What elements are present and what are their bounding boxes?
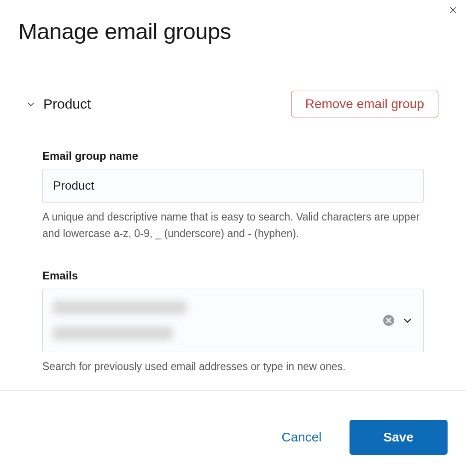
emails-field: Emails Search for previously used email …: [42, 269, 424, 375]
emails-list: [53, 301, 186, 340]
email-item: [53, 326, 173, 340]
cancel-button[interactable]: Cancel: [272, 423, 331, 452]
emails-help: Search for previously used email address…: [42, 359, 424, 375]
save-button[interactable]: Save: [350, 420, 448, 455]
emails-label: Emails: [42, 269, 424, 282]
email-group-name-help: A unique and descriptive name that is ea…: [42, 209, 424, 242]
section-header-toggle[interactable]: Product: [26, 96, 91, 112]
emails-input[interactable]: [42, 289, 424, 352]
emails-controls: [383, 314, 413, 326]
email-item: [53, 301, 186, 314]
clear-icon[interactable]: [383, 314, 395, 326]
email-group-name-field: Email group name A unique and descriptiv…: [42, 150, 424, 242]
section-title: Product: [43, 96, 91, 112]
email-group-name-label: Email group name: [42, 150, 424, 163]
footer-divider: [0, 390, 466, 391]
section-header: Product Remove email group: [0, 72, 466, 117]
remove-email-group-button[interactable]: Remove email group: [291, 91, 438, 117]
email-group-name-input[interactable]: [42, 169, 424, 203]
modal-title: Manage email groups: [0, 0, 466, 44]
chevron-down-icon: [26, 99, 36, 109]
footer: Cancel Save: [0, 420, 466, 455]
form-content: Email group name A unique and descriptiv…: [0, 117, 466, 375]
chevron-down-icon[interactable]: [402, 315, 413, 326]
close-icon[interactable]: [447, 4, 460, 18]
